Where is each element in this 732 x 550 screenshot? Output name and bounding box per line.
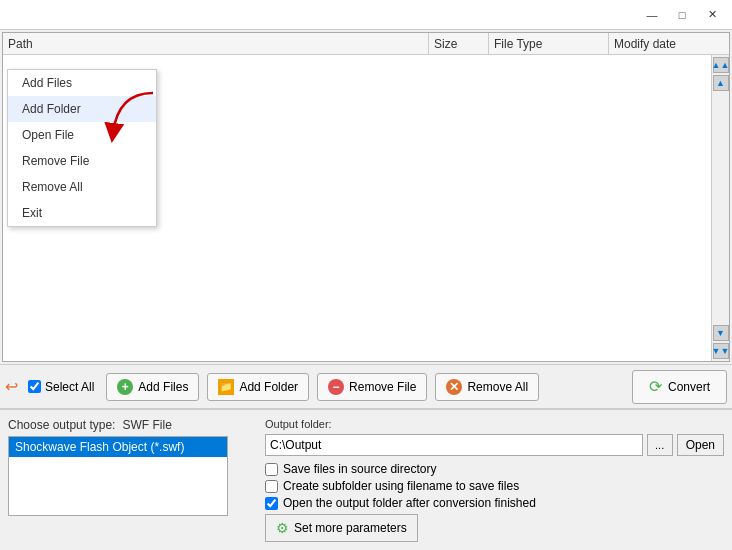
output-type-label: Choose output type: SWF File: [8, 418, 253, 432]
maximize-button[interactable]: □: [667, 5, 697, 25]
add-files-icon: +: [117, 379, 133, 395]
output-folder-input[interactable]: [265, 434, 643, 456]
open-folder-button[interactable]: Open: [677, 434, 724, 456]
scrollbar: ▲▲ ▲ ▼ ▼▼: [711, 55, 729, 361]
gear-icon: ⚙: [276, 520, 289, 536]
minimize-button[interactable]: —: [637, 5, 667, 25]
checkbox-row-3: Open the output folder after conversion …: [265, 496, 724, 510]
checkbox-row-2: Create subfolder using filename to save …: [265, 479, 724, 493]
select-all-checkbox[interactable]: [28, 380, 41, 393]
output-folder-label: Output folder:: [265, 418, 724, 430]
convert-button[interactable]: ⟳ Convert: [632, 370, 727, 404]
more-params-button[interactable]: ⚙ Set more parameters: [265, 514, 418, 542]
output-type-list[interactable]: Shockwave Flash Object (*.swf): [8, 436, 228, 516]
add-folder-button[interactable]: 📁 Add Folder: [207, 373, 309, 401]
bottom-panel: Choose output type: SWF File Shockwave F…: [0, 408, 732, 550]
menu-open-file[interactable]: Open File: [8, 122, 156, 148]
cb-create-subfolder[interactable]: [265, 480, 278, 493]
column-filetype: File Type: [489, 33, 609, 54]
add-files-label: Add Files: [138, 380, 188, 394]
cb-open-output[interactable]: [265, 497, 278, 510]
title-bar: — □ ✕: [0, 0, 732, 30]
browse-button[interactable]: ...: [647, 434, 673, 456]
table-header: Path Size File Type Modify date: [3, 33, 729, 55]
main-container: Path Size File Type Modify date ▲▲ ▲ ▼ ▼…: [0, 30, 732, 550]
remove-all-button[interactable]: ✕ Remove All: [435, 373, 539, 401]
column-size: Size: [429, 33, 489, 54]
convert-icon: ⟳: [649, 377, 662, 396]
menu-exit[interactable]: Exit: [8, 200, 156, 226]
scroll-down-button[interactable]: ▼: [713, 325, 729, 341]
return-icon: ↩: [5, 377, 18, 396]
remove-file-icon: −: [328, 379, 344, 395]
add-files-button[interactable]: + Add Files: [106, 373, 199, 401]
select-all-label: Select All: [45, 380, 94, 394]
dropdown-menu: Add Files Add Folder Open File Remove Fi…: [7, 69, 157, 227]
file-list-area: Path Size File Type Modify date ▲▲ ▲ ▼ ▼…: [2, 32, 730, 362]
output-type-item-swf[interactable]: Shockwave Flash Object (*.swf): [9, 437, 227, 457]
cb-save-source-label: Save files in source directory: [283, 462, 436, 476]
close-button[interactable]: ✕: [697, 5, 727, 25]
cb-save-source[interactable]: [265, 463, 278, 476]
menu-add-folder[interactable]: Add Folder: [8, 96, 156, 122]
checkbox-row-1: Save files in source directory: [265, 462, 724, 476]
convert-label: Convert: [668, 380, 710, 394]
cb-open-output-label: Open the output folder after conversion …: [283, 496, 536, 510]
output-type-section: Choose output type: SWF File Shockwave F…: [8, 418, 253, 542]
output-folder-section: Output folder: ... Open Save files in so…: [265, 418, 724, 542]
more-params-label: Set more parameters: [294, 521, 407, 535]
remove-file-button[interactable]: − Remove File: [317, 373, 427, 401]
cb-create-subfolder-label: Create subfolder using filename to save …: [283, 479, 519, 493]
scroll-top-button[interactable]: ▲▲: [713, 57, 729, 73]
output-folder-row: ... Open: [265, 434, 724, 456]
toolbar: ↩ Select All + Add Files 📁 Add Folder − …: [0, 364, 732, 408]
add-folder-label: Add Folder: [239, 380, 298, 394]
remove-all-icon: ✕: [446, 379, 462, 395]
remove-file-label: Remove File: [349, 380, 416, 394]
column-path: Path: [3, 33, 429, 54]
select-all-area: Select All: [28, 380, 94, 394]
add-folder-icon: 📁: [218, 379, 234, 395]
menu-remove-all[interactable]: Remove All: [8, 174, 156, 200]
menu-remove-file[interactable]: Remove File: [8, 148, 156, 174]
menu-add-files[interactable]: Add Files: [8, 70, 156, 96]
scroll-bottom-button[interactable]: ▼▼: [713, 343, 729, 359]
column-moddate: Modify date: [609, 33, 729, 54]
scroll-up-button[interactable]: ▲: [713, 75, 729, 91]
remove-all-label: Remove All: [467, 380, 528, 394]
